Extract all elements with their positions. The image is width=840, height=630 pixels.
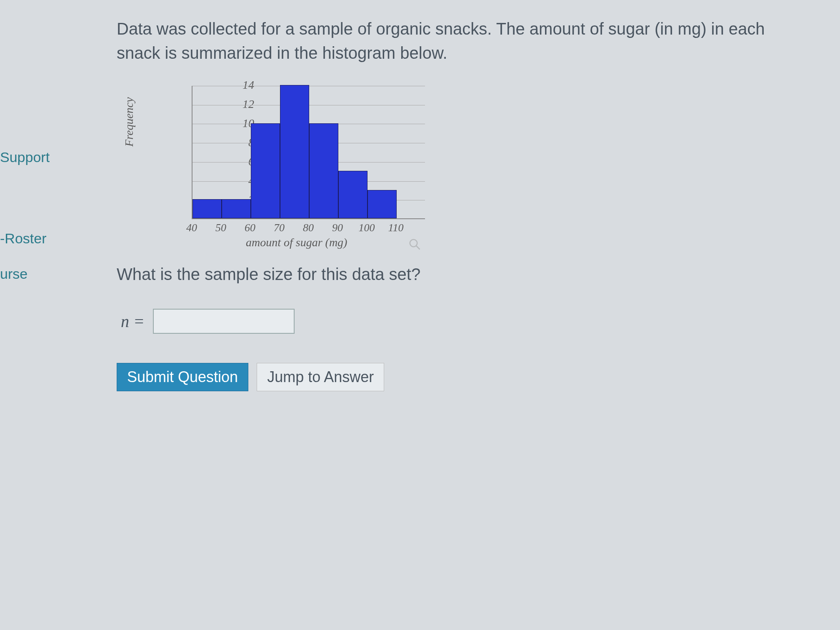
- x-tick-40: 40: [181, 222, 202, 234]
- y-axis-label: Frequency: [122, 97, 136, 147]
- histogram-chart: Frequency 14 12 10 8 6 4 2 40: [142, 82, 442, 248]
- x-tick-70: 70: [269, 222, 290, 234]
- question-text: What is the sample size for this data se…: [117, 265, 783, 284]
- bar-90-100: [338, 171, 368, 218]
- answer-input[interactable]: [153, 309, 295, 334]
- x-tick-90: 90: [327, 222, 348, 234]
- x-axis-label: amount of sugar (mg): [246, 236, 347, 249]
- question-content: Data was collected for a sample of organ…: [117, 17, 783, 391]
- x-tick-60: 60: [240, 222, 260, 234]
- x-tick-50: 50: [210, 222, 231, 234]
- answer-prefix: n =: [121, 312, 145, 331]
- plot-area: [192, 86, 425, 219]
- bar-40-50: [192, 199, 222, 218]
- prompt-text: Data was collected for a sample of organ…: [117, 17, 783, 65]
- sidebar-item-support[interactable]: Support: [0, 146, 62, 169]
- sidebar-item-roster[interactable]: -Roster: [0, 227, 62, 250]
- x-tick-100: 100: [356, 222, 377, 234]
- magnify-icon[interactable]: [408, 238, 421, 250]
- jump-to-answer-button[interactable]: Jump to Answer: [257, 363, 384, 391]
- sidebar: Support -Roster urse: [0, 0, 62, 344]
- bar-100-110: [368, 190, 397, 219]
- button-row: Submit Question Jump to Answer: [117, 363, 783, 391]
- bar-50-60: [222, 199, 251, 218]
- bar-70-80: [280, 85, 309, 218]
- x-tick-110: 110: [385, 222, 406, 234]
- bar-80-90: [309, 123, 338, 219]
- x-tick-80: 80: [298, 222, 319, 234]
- svg-point-0: [410, 240, 418, 247]
- sidebar-item-course[interactable]: urse: [0, 262, 62, 285]
- bar-60-70: [251, 123, 280, 219]
- svg-line-1: [416, 246, 420, 250]
- submit-button[interactable]: Submit Question: [117, 363, 248, 391]
- answer-row: n =: [121, 309, 783, 334]
